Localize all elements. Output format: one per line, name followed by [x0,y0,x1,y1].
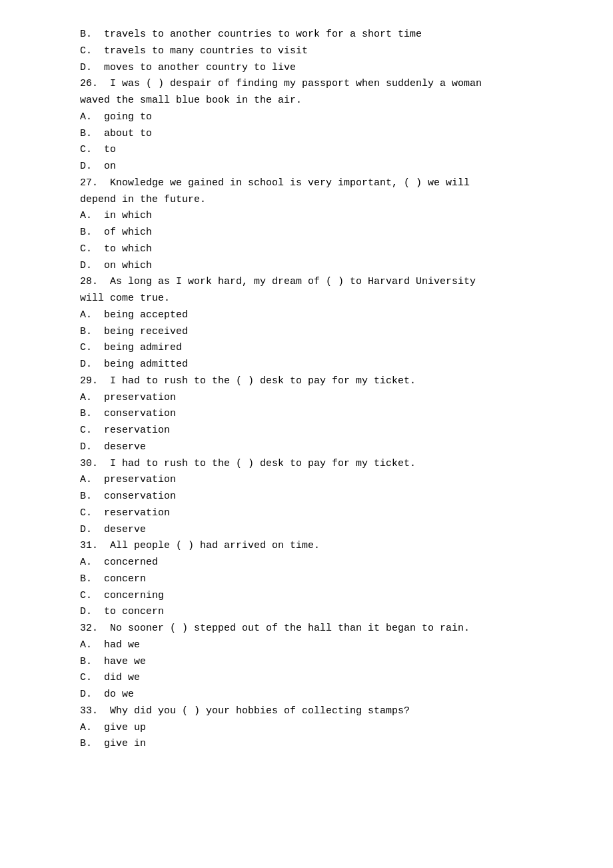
text-line-31: 31. All people ( ) had arrived on time. [80,538,546,555]
text-line-5: A. going to [80,109,546,126]
text-line-19: C. being admired [80,340,546,357]
text-line-16: will come true. [80,291,546,307]
text-line-2: D. moves to another country to live [80,60,546,77]
text-line-25: D. deserve [80,439,546,456]
text-line-40: D. do we [80,687,546,703]
text-line-17: A. being accepted [80,307,546,324]
text-line-43: B. give in [80,736,546,753]
text-line-30: D. deserve [80,522,546,539]
text-line-34: C. concerning [80,588,546,605]
text-line-42: A. give up [80,720,546,737]
text-line-35: D. to concern [80,604,546,621]
text-line-21: 29. I had to rush to the ( ) desk to pay… [80,373,546,390]
text-line-23: B. conservation [80,406,546,423]
text-line-20: D. being admitted [80,357,546,373]
text-line-41: 33. Why did you ( ) your hobbies of coll… [80,703,546,720]
text-line-24: C. reservation [80,423,546,439]
text-line-29: C. reservation [80,505,546,522]
text-line-4: waved the small blue book in the air. [80,93,546,109]
text-line-39: C. did we [80,670,546,687]
text-line-22: A. preservation [80,390,546,407]
text-line-36: 32. No sooner ( ) stepped out of the hal… [80,621,546,637]
text-line-27: A. preservation [80,472,546,489]
text-line-18: B. being received [80,324,546,341]
text-line-7: C. to [80,142,546,159]
text-line-38: B. have we [80,654,546,671]
text-line-32: A. concerned [80,555,546,571]
text-line-0: B. travels to another countries to work … [80,27,546,43]
text-line-13: C. to which [80,241,546,258]
text-line-6: B. about to [80,126,546,143]
main-content: B. travels to another countries to work … [80,27,546,753]
text-line-3: 26. I was ( ) despair of finding my pass… [80,76,546,93]
text-line-37: A. had we [80,637,546,654]
text-line-11: A. in which [80,208,546,225]
text-line-12: B. of which [80,225,546,241]
text-line-14: D. on which [80,258,546,275]
text-line-26: 30. I had to rush to the ( ) desk to pay… [80,456,546,473]
text-line-28: B. conservation [80,489,546,505]
text-line-10: depend in the future. [80,192,546,209]
text-line-15: 28. As long as I work hard, my dream of … [80,274,546,291]
text-line-8: D. on [80,159,546,175]
text-line-1: C. travels to many countries to visit [80,43,546,60]
text-line-9: 27. Knowledge we gained in school is ver… [80,175,546,192]
text-line-33: B. concern [80,571,546,588]
